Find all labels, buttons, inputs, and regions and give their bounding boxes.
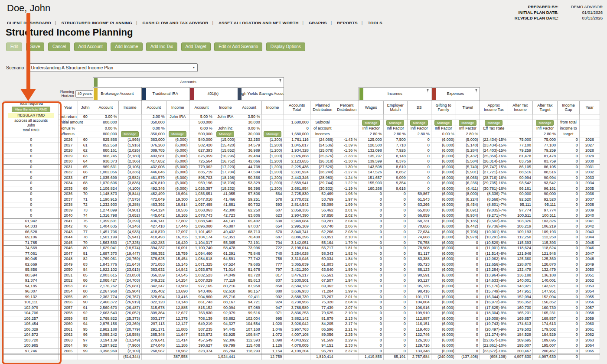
display-options-button[interactable]: Display Options xyxy=(266,42,305,51)
manage-brokerage-button[interactable]: Manage xyxy=(121,131,139,137)
tab-401k[interactable]: 401(k) xyxy=(189,88,237,101)
401k-value: 943,406 xyxy=(189,289,214,295)
tab-brokerage-account[interactable]: Brokerage Account xyxy=(93,88,141,101)
hysa-value: 63,806 xyxy=(237,213,261,219)
col-percent-distribution: Percent Distribution xyxy=(335,101,359,114)
add-inc-tax-button[interactable]: Add Inc Tax xyxy=(146,42,177,51)
manage-employer-match-button[interactable]: Manage xyxy=(386,120,404,126)
401k-net-return[interactable]: 5.00 % xyxy=(189,114,214,120)
rmd-value: 104,706 xyxy=(4,311,59,316)
nav-tools[interactable]: TOOLS xyxy=(367,20,383,25)
save-button[interactable]: Save xyxy=(26,42,45,51)
age-john: 96 xyxy=(78,332,93,338)
ss-infl-value[interactable]: 2.80 % xyxy=(407,131,431,137)
hysa-income: 777 xyxy=(261,262,284,267)
match-infl-value[interactable]: 2.80 % xyxy=(383,131,407,137)
manage-hysa-button[interactable]: Manage xyxy=(264,131,281,137)
manage-travel-button[interactable]: Manage xyxy=(459,120,476,126)
rmd-value: 64,333 xyxy=(4,224,59,230)
scenario-label: Scenario xyxy=(6,65,24,70)
table-row: 88,5942051852,003,615(23,850)356,35914,5… xyxy=(4,273,600,278)
toolbar: Edit Save Cancel Add Account Add Income … xyxy=(6,42,307,51)
year: 2054 xyxy=(59,289,78,295)
after-tax-income: 75,000 xyxy=(508,137,532,143)
after-tax-income: 118,624 xyxy=(508,246,532,251)
employer-match: 0 xyxy=(383,332,407,338)
scenario-select[interactable]: Understanding A Structured Income Plan ▼ xyxy=(28,63,198,72)
after-tax-income: 92,520 xyxy=(508,197,532,202)
table-row: 64,3332042761,404,635(4,246)427,41817,44… xyxy=(4,224,600,230)
hysa-value: 92,411 xyxy=(237,294,261,300)
brokerage-account-value: 1,404,635 xyxy=(93,224,118,230)
manage-ira-button[interactable]: Manage xyxy=(169,131,186,137)
add-target-button[interactable]: Add Target xyxy=(181,42,211,51)
add-income-button[interactable]: Add Income xyxy=(111,42,142,51)
net-return-row: net return 60 3.00 % 2.00 % John IRA 5.0… xyxy=(4,114,600,120)
add-account-button[interactable]: Add Account xyxy=(74,42,107,51)
employer-match: 8,852 xyxy=(383,170,407,176)
after-tax-target: 165,231 xyxy=(532,311,557,316)
wages-infl-value[interactable]: 2.80 % xyxy=(359,131,383,137)
edit-or-add-scenario-button[interactable]: Edit or Add Scenario xyxy=(214,42,262,51)
manage-after-tax-target-button[interactable]: Manage xyxy=(536,120,554,126)
planning-horizon-select[interactable]: 40 years ▼ xyxy=(75,90,93,98)
brokerage-income: (3,299) xyxy=(118,218,141,224)
cancel-button[interactable]: Cancel xyxy=(48,42,70,51)
year: 2062 xyxy=(59,332,78,338)
edit-button[interactable]: Edit xyxy=(6,42,22,51)
manage-wages-button[interactable]: Manage xyxy=(362,120,380,126)
traditional-ira-income: 15,145 xyxy=(166,262,189,267)
nav-asset-allocation-net-worth[interactable]: ASSET ALLOCATION AND NET WORTH xyxy=(218,20,300,25)
nav-graphs[interactable]: GRAPHS xyxy=(308,20,328,25)
regular-rmd-toggle[interactable]: REGULAR RMD xyxy=(8,113,54,118)
travel-infl-value[interactable]: 2.80 % xyxy=(456,131,480,137)
nav-structured-income-planning[interactable]: STRUCTURED INCOME PLANNING xyxy=(60,20,133,25)
gifting-to-family: (6,000) xyxy=(431,300,456,306)
target-infl-value[interactable]: 2.80 % xyxy=(532,131,557,137)
cell: Manage xyxy=(431,120,456,126)
accounts-group-header: Accounts xyxy=(93,78,284,88)
nav-cash-flow-tax-advisor[interactable]: CASH FLOW AND TAX ADVISOR xyxy=(141,20,209,25)
ira-net-return[interactable]: 2.00 % xyxy=(141,114,166,120)
age-john: 60 xyxy=(78,137,93,143)
nav-reports[interactable]: REPORTS xyxy=(336,20,358,25)
wages: 139,599 xyxy=(359,159,383,165)
pin-icon[interactable] xyxy=(278,78,283,83)
planned-distribution: (24,536) xyxy=(310,143,335,148)
travel: 0 xyxy=(456,332,480,338)
view-beneficial-rmd-button[interactable]: View Beneficial RMD xyxy=(12,107,50,112)
gifting-infl-value[interactable]: 0.00 % xyxy=(431,131,456,137)
ss: 61,543 xyxy=(407,197,431,202)
year: 2049 xyxy=(59,262,78,267)
col-account: Account xyxy=(141,101,166,114)
planned-distribution: (30,532) xyxy=(310,186,335,192)
401k-value: 1,104,017 xyxy=(189,240,214,246)
pin-icon[interactable] xyxy=(474,88,479,93)
income-gap: 0 xyxy=(557,240,579,246)
manage-income-tax-button[interactable]: Manage xyxy=(485,120,503,126)
accounts-total: 2,681,954 xyxy=(284,186,310,192)
nav-client-dashboard[interactable]: CLIENT DASHBOARD xyxy=(6,20,52,25)
manage-gifting-button[interactable]: Manage xyxy=(434,120,452,126)
pin-icon[interactable] xyxy=(425,88,430,93)
brokerage-net-return[interactable]: 3.00 % xyxy=(93,114,118,120)
401k-value: 977,165 xyxy=(189,283,214,289)
year-right: 2055 xyxy=(579,294,600,300)
accounts-total: 3,926,042 xyxy=(284,322,310,327)
manage-ss-button[interactable]: Manage xyxy=(410,120,428,126)
tab-hysa[interactable]: High Yields Savings Account xyxy=(237,88,284,101)
employer-match: 9,099 xyxy=(383,175,407,181)
cell xyxy=(579,114,600,120)
travel: (5,432) xyxy=(456,153,480,159)
manage-401k-button[interactable]: Manage xyxy=(216,131,234,137)
percent-distribution: 1.92 % xyxy=(335,273,359,278)
percent-distribution: 1.99 % xyxy=(335,289,359,295)
wages-total: 1,419,856 xyxy=(359,354,383,360)
hysa-value: 67,037 xyxy=(237,224,261,230)
hysa-net-return[interactable]: 3.50 % xyxy=(237,114,261,120)
approx-income-tax: (24,403)-15% xyxy=(480,148,508,154)
year-right: 2038 xyxy=(579,202,600,208)
tab-traditional-ira[interactable]: Traditional IRA xyxy=(141,88,189,101)
employer-match: 0 xyxy=(383,273,407,278)
wages: 125,000 xyxy=(359,137,383,143)
